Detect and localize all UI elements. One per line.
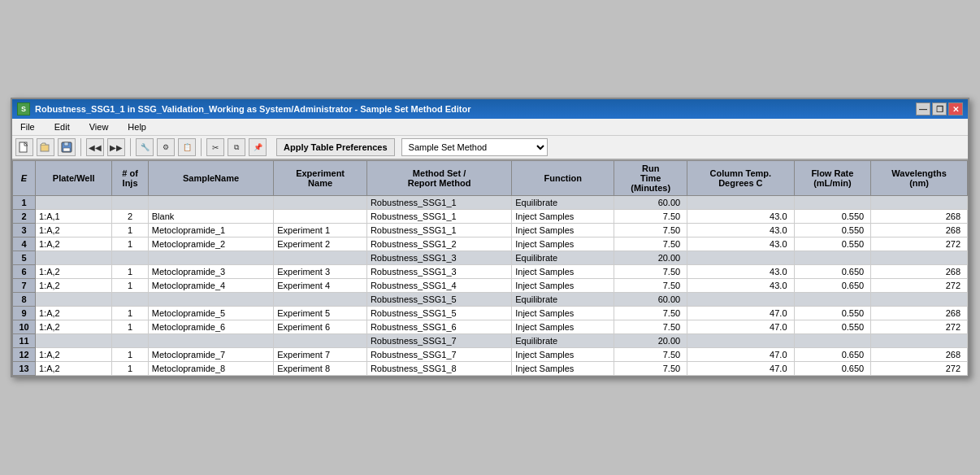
cell-flow-rate[interactable]: 0.550 (794, 320, 871, 334)
cell-function[interactable]: Inject Samples (512, 279, 614, 293)
menu-edit[interactable]: Edit (50, 120, 75, 133)
cell-function[interactable]: Inject Samples (512, 238, 614, 251)
cell-flow-rate[interactable]: 0.550 (794, 210, 871, 224)
cell-exp-name[interactable]: Experiment 6 (274, 320, 367, 334)
cell-injs[interactable] (112, 251, 148, 265)
cell-flow-rate[interactable]: 0.650 (794, 362, 871, 376)
cell-plate-well[interactable]: 1:A,2 (36, 348, 112, 362)
cell-sample-name[interactable] (148, 196, 274, 210)
cell-flow-rate[interactable]: 0.650 (794, 348, 871, 362)
cell-sample-name[interactable]: Metoclopramide_7 (148, 348, 274, 362)
table-row[interactable]: 31:A,21Metoclopramide_1Experiment 1Robus… (13, 224, 968, 238)
cell-flow-rate[interactable] (794, 196, 871, 210)
cell-injs[interactable]: 1 (112, 348, 148, 362)
toolbar-paste-button[interactable]: 📌 (249, 138, 267, 156)
cell-exp-name[interactable] (274, 210, 367, 224)
cell-wavelengths[interactable] (871, 293, 968, 307)
cell-exp-name[interactable]: Experiment 4 (274, 279, 367, 293)
table-row[interactable]: 8Robustness_SSG1_5Equilibrate60.00 (13, 293, 968, 307)
cell-col-temp[interactable]: 43.0 (687, 210, 794, 224)
cell-col-temp[interactable]: 47.0 (687, 348, 794, 362)
cell-injs[interactable]: 1 (112, 307, 148, 320)
cell-function[interactable]: Inject Samples (512, 265, 614, 279)
cell-function[interactable]: Inject Samples (512, 210, 614, 224)
cell-exp-name[interactable]: Experiment 8 (274, 362, 367, 376)
toolbar-new-button[interactable] (15, 138, 33, 156)
toolbar-cut-button[interactable]: ✂ (206, 138, 224, 156)
cell-plate-well[interactable]: 1:A,2 (36, 362, 112, 376)
table-row[interactable]: 11Robustness_SSG1_7Equilibrate20.00 (13, 334, 968, 348)
cell-injs[interactable]: 1 (112, 320, 148, 334)
cell-plate-well[interactable]: 1:A,2 (36, 279, 112, 293)
cell-run-time[interactable]: 20.00 (614, 251, 687, 265)
cell-wavelengths[interactable] (871, 196, 968, 210)
cell-wavelengths[interactable]: 268 (871, 348, 968, 362)
cell-sample-name[interactable]: Metoclopramide_1 (148, 224, 274, 238)
cell-exp-name[interactable]: Experiment 1 (274, 224, 367, 238)
cell-wavelengths[interactable]: 272 (871, 279, 968, 293)
cell-function[interactable]: Inject Samples (512, 307, 614, 320)
cell-wavelengths[interactable]: 268 (871, 210, 968, 224)
cell-injs[interactable]: 1 (112, 279, 148, 293)
cell-method[interactable]: Robustness_SSG1_1 (366, 224, 511, 238)
cell-flow-rate[interactable]: 0.650 (794, 279, 871, 293)
cell-run-time[interactable]: 7.50 (614, 210, 687, 224)
minimize-button[interactable]: — (916, 102, 930, 115)
cell-wavelengths[interactable]: 268 (871, 224, 968, 238)
cell-wavelengths[interactable]: 272 (871, 238, 968, 251)
cell-col-temp[interactable] (687, 293, 794, 307)
cell-wavelengths[interactable]: 268 (871, 265, 968, 279)
cell-method[interactable]: Robustness_SSG1_7 (366, 348, 511, 362)
cell-plate-well[interactable]: 1:A,2 (36, 224, 112, 238)
cell-flow-rate[interactable]: 0.550 (794, 238, 871, 251)
cell-injs[interactable]: 2 (112, 210, 148, 224)
cell-col-temp[interactable]: 47.0 (687, 362, 794, 376)
cell-method[interactable]: Robustness_SSG1_1 (366, 210, 511, 224)
cell-method[interactable]: Robustness_SSG1_6 (366, 320, 511, 334)
cell-run-time[interactable]: 7.50 (614, 279, 687, 293)
table-row[interactable]: 61:A,21Metoclopramide_3Experiment 3Robus… (13, 265, 968, 279)
cell-plate-well[interactable] (36, 293, 112, 307)
cell-sample-name[interactable] (148, 251, 274, 265)
cell-plate-well[interactable]: 1:A,2 (36, 307, 112, 320)
cell-sample-name[interactable]: Metoclopramide_8 (148, 362, 274, 376)
toolbar-open-button[interactable] (37, 138, 54, 156)
cell-injs[interactable] (112, 196, 148, 210)
cell-method[interactable]: Robustness_SSG1_4 (366, 279, 511, 293)
table-row[interactable]: 121:A,21Metoclopramide_7Experiment 7Robu… (13, 348, 968, 362)
table-row[interactable]: 131:A,21Metoclopramide_8Experiment 8Robu… (13, 362, 968, 376)
cell-injs[interactable]: 1 (112, 265, 148, 279)
toolbar-save-button[interactable] (58, 138, 76, 156)
title-controls[interactable]: — ❐ ✕ (916, 102, 963, 115)
apply-table-preferences-button[interactable]: Apply Table Preferences (276, 138, 395, 156)
toolbar-next-button[interactable]: ▶▶ (107, 138, 125, 156)
cell-flow-rate[interactable]: 0.550 (794, 224, 871, 238)
cell-col-temp[interactable]: 47.0 (687, 320, 794, 334)
cell-plate-well[interactable]: 1:A,2 (36, 320, 112, 334)
cell-flow-rate[interactable]: 0.550 (794, 307, 871, 320)
cell-method[interactable]: Robustness_SSG1_1 (366, 196, 511, 210)
cell-col-temp[interactable]: 43.0 (687, 238, 794, 251)
cell-plate-well[interactable] (36, 251, 112, 265)
cell-function[interactable]: Equilibrate (512, 196, 614, 210)
cell-exp-name[interactable]: Experiment 3 (274, 265, 367, 279)
toolbar-copy-button[interactable]: ⧉ (228, 138, 245, 156)
cell-injs[interactable] (112, 334, 148, 348)
cell-run-time[interactable]: 7.50 (614, 238, 687, 251)
cell-plate-well[interactable]: 1:A,2 (36, 238, 112, 251)
cell-injs[interactable]: 1 (112, 362, 148, 376)
table-row[interactable]: 101:A,21Metoclopramide_6Experiment 6Robu… (13, 320, 968, 334)
menu-view[interactable]: View (85, 120, 114, 133)
cell-exp-name[interactable]: Experiment 2 (274, 238, 367, 251)
cell-sample-name[interactable]: Metoclopramide_5 (148, 307, 274, 320)
cell-exp-name[interactable] (274, 196, 367, 210)
cell-sample-name[interactable]: Blank (148, 210, 274, 224)
cell-method[interactable]: Robustness_SSG1_3 (366, 251, 511, 265)
cell-wavelengths[interactable] (871, 334, 968, 348)
cell-plate-well[interactable]: 1:A,1 (36, 210, 112, 224)
cell-wavelengths[interactable]: 272 (871, 320, 968, 334)
cell-wavelengths[interactable]: 272 (871, 362, 968, 376)
cell-sample-name[interactable] (148, 334, 274, 348)
maximize-button[interactable]: ❐ (932, 102, 947, 115)
cell-col-temp[interactable] (687, 334, 794, 348)
